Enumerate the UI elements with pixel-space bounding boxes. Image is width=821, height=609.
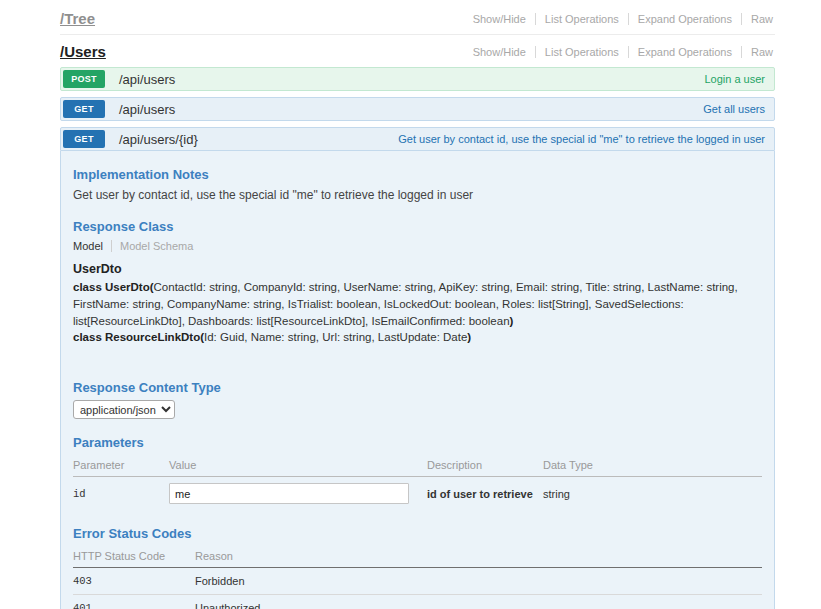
resource-title-tree[interactable]: /Tree [60, 10, 95, 27]
users-list-operations-link[interactable]: List Operations [535, 46, 628, 58]
model-signature-resourcelinkdto: class ResourceLinkDto(Id: Guid, Name: st… [73, 329, 762, 346]
users-show-hide-link[interactable]: Show/Hide [464, 46, 535, 58]
tree-raw-link[interactable]: Raw [741, 13, 775, 25]
error-row-403: 403 Forbidden [73, 568, 762, 595]
error-reason: Forbidden [195, 568, 762, 595]
parameter-name: id [73, 477, 169, 511]
resourcelinkdto-class-name: class ResourceLinkDto( [73, 331, 204, 343]
tree-list-operations-link[interactable]: List Operations [535, 13, 628, 25]
data-type-col-header: Data Type [543, 455, 762, 477]
error-code: 401 [73, 595, 195, 609]
get-user-by-id-path-link[interactable]: /api/users/{id} [119, 132, 198, 147]
operation-get-users-heading[interactable]: GET /api/users Get all users [60, 97, 775, 121]
model-tabs: Model Model Schema [73, 240, 762, 252]
operation-get-user-by-id: GET /api/users/{id} Get user by contact … [60, 127, 775, 609]
get-user-by-id-summary-link[interactable]: Get user by contact id, use the special … [398, 133, 765, 145]
tree-expand-operations-link[interactable]: Expand Operations [628, 13, 741, 25]
error-status-codes-table: HTTP Status Code Reason 403 Forbidden 40… [73, 546, 762, 609]
swagger-page: /Tree Show/Hide List Operations Expand O… [60, 0, 775, 609]
parameter-id-input[interactable] [169, 483, 409, 504]
resource-header-tree: /Tree Show/Hide List Operations Expand O… [60, 2, 775, 35]
resource-title-users[interactable]: /Users [60, 43, 106, 60]
userdto-class-close: ) [510, 315, 514, 327]
http-status-code-col-header: HTTP Status Code [73, 546, 195, 568]
resourcelinkdto-class-close: ) [467, 331, 471, 343]
error-reason: Unauthorized [195, 595, 762, 609]
get-users-summary-link[interactable]: Get all users [703, 103, 765, 115]
implementation-notes-heading: Implementation Notes [73, 167, 762, 182]
userdto-class-params: ContactId: string, CompanyId: string, Us… [73, 281, 738, 326]
parameter-description: id of user to retrieve [427, 477, 543, 511]
model-signature: class UserDto(ContactId: string, Company… [73, 279, 762, 346]
get-users-path-link[interactable]: /api/users [119, 102, 175, 117]
resource-links-tree: Show/Hide List Operations Expand Operati… [464, 13, 775, 25]
post-users-summary-link[interactable]: Login a user [704, 73, 765, 85]
error-status-codes-heading: Error Status Codes [73, 526, 762, 541]
model-signature-userdto: class UserDto(ContactId: string, Company… [73, 279, 762, 329]
response-content-type-select[interactable]: application/json [73, 400, 175, 419]
resource-links-users: Show/Hide List Operations Expand Operati… [464, 46, 775, 58]
response-content-type-heading: Response Content Type [73, 380, 762, 395]
response-class-heading: Response Class [73, 219, 762, 234]
tab-model-schema[interactable]: Model Schema [111, 240, 193, 252]
operation-get-user-by-id-heading[interactable]: GET /api/users/{id} Get user by contact … [60, 127, 775, 151]
operation-post-users: POST /api/users Login a user [60, 67, 775, 91]
reason-col-header: Reason [195, 546, 762, 568]
description-col-header: Description [427, 455, 543, 477]
resource-header-users: /Users Show/Hide List Operations Expand … [60, 35, 775, 67]
implementation-notes-text: Get user by contact id, use the special … [73, 187, 762, 203]
parameters-table: Parameter Value Description Data Type id… [73, 455, 762, 510]
model-title: UserDto [73, 262, 762, 276]
users-expand-operations-link[interactable]: Expand Operations [628, 46, 741, 58]
value-col-header: Value [169, 455, 427, 477]
users-raw-link[interactable]: Raw [741, 46, 775, 58]
operation-get-users: GET /api/users Get all users [60, 97, 775, 121]
userdto-class-name: class UserDto( [73, 281, 154, 293]
operation-expanded-content: Implementation Notes Get user by contact… [60, 151, 775, 609]
parameter-row-id: id id of user to retrieve string [73, 477, 762, 511]
post-method-badge: POST [63, 70, 105, 88]
error-code: 403 [73, 568, 195, 595]
parameters-heading: Parameters [73, 435, 762, 450]
error-row-401: 401 Unauthorized [73, 595, 762, 609]
operation-post-users-heading[interactable]: POST /api/users Login a user [60, 67, 775, 91]
param-col-header: Parameter [73, 455, 169, 477]
get-method-badge: GET [63, 100, 105, 118]
tab-model[interactable]: Model [73, 240, 103, 252]
resourcelinkdto-class-params: Id: Guid, Name: string, Url: string, Las… [204, 331, 467, 343]
parameter-data-type: string [543, 477, 762, 511]
tree-show-hide-link[interactable]: Show/Hide [464, 13, 535, 25]
post-users-path-link[interactable]: /api/users [119, 72, 175, 87]
get-method-badge: GET [63, 130, 105, 148]
